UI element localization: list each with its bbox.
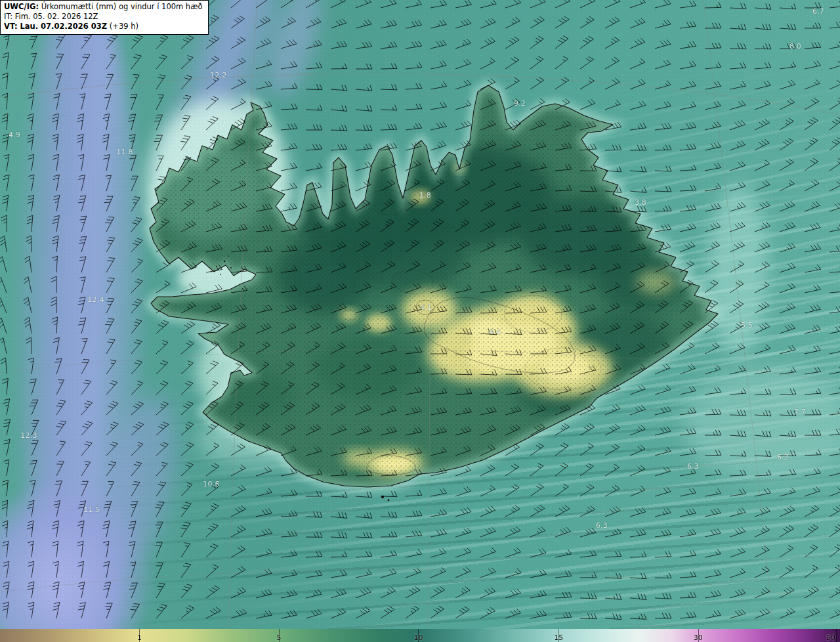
contour-label: 12.3	[20, 431, 37, 440]
product-text: Úrkomumætti (mm) og vindur í 100m hæð	[41, 2, 203, 11]
valid-text: Lau. 07.02.2026 03Z	[20, 22, 107, 31]
contour-label: 11.5	[83, 505, 100, 514]
contour-label: 12.4	[87, 295, 104, 304]
title-box: UWC/IG: Úrkomumætti (mm) og vindur í 100…	[0, 0, 209, 35]
valid-label: VT:	[4, 22, 18, 31]
contour-label: 12.2	[210, 71, 226, 79]
product-label: UWC/IG:	[4, 2, 39, 11]
contour-label: 1.8	[419, 191, 431, 200]
title-line-valid: VT: Lau. 07.02.2026 03Z (+39 h)	[4, 22, 203, 32]
colorbar-tick-label: 10	[413, 634, 423, 641]
contour-label: 11.8	[116, 148, 133, 156]
contour-label: 5.5	[741, 321, 753, 330]
colorbar-tick-label: 15	[554, 634, 563, 641]
colorbar-tick	[836, 629, 837, 642]
colorbar-tick-label: 30	[694, 634, 703, 641]
contour-labels-layer: 6.78.012.29.24.911.81.83.812.44.15.54.47…	[0, 0, 840, 642]
colorbar-ticks: 1510153050	[0, 629, 840, 642]
init-label: IT:	[4, 12, 12, 21]
contour-label: 3.8	[635, 198, 646, 207]
contour-label: 8.0	[789, 42, 801, 51]
colorbar-tick-label: 5	[276, 634, 281, 641]
title-line-product: UWC/IG: Úrkomumætti (mm) og vindur í 100…	[4, 2, 203, 12]
init-text: Fim. 05. 02. 2026 12Z	[15, 12, 98, 21]
contour-label: 9.2	[514, 99, 526, 108]
contour-label: 6.3	[596, 521, 608, 530]
contour-label: 4.9	[9, 131, 20, 139]
colorbar-tick-label: 50	[826, 634, 835, 641]
colorbar-legend: 1510153050	[0, 629, 840, 642]
contour-label: 4.1	[420, 303, 432, 312]
valid-suffix: (+39 h)	[110, 22, 138, 31]
contour-label: 6.3	[687, 462, 699, 471]
contour-label: 6.7	[812, 7, 824, 16]
contour-label: 7.7	[794, 408, 806, 416]
contour-label: 10.6	[203, 480, 219, 488]
contour-label: 4.4	[489, 328, 501, 336]
contour-label: 6.2	[777, 453, 789, 461]
weather-map: 6.78.012.29.24.911.81.83.812.44.15.54.47…	[0, 0, 840, 642]
colorbar-tick-label: 1	[137, 634, 142, 641]
title-line-init: IT: Fim. 05. 02. 2026 12Z	[4, 12, 203, 22]
